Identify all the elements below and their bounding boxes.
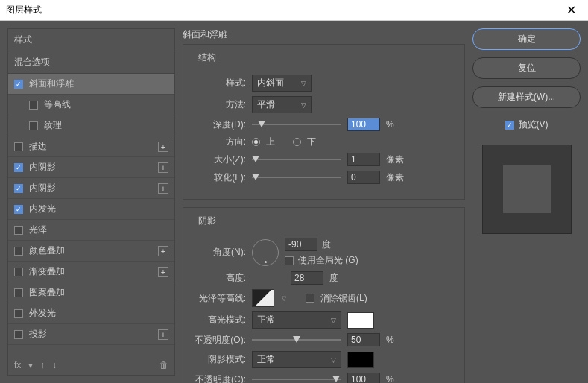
settings-panel: 斜面和浮雕 结构 样式: 内斜面▽ 方法: 平滑▽ 深度(D): 100 % 方…	[183, 28, 465, 376]
plus-icon[interactable]: +	[158, 246, 168, 256]
plus-icon[interactable]: +	[158, 267, 168, 277]
global-light-label: 使用全局光 (G)	[298, 254, 358, 267]
fx-icon[interactable]: fx	[14, 360, 21, 370]
style-item-7[interactable]: 光泽	[8, 220, 174, 241]
depth-slider[interactable]	[252, 120, 341, 129]
shadow-opacity-label: 不透明度(C):	[192, 373, 246, 384]
highlight-mode-select[interactable]: 正常▽	[252, 311, 341, 329]
panel-title: 斜面和浮雕	[183, 28, 465, 41]
plus-icon[interactable]: +	[158, 183, 168, 194]
soften-input[interactable]: 0	[347, 171, 380, 184]
soften-label: 软化(F):	[192, 171, 246, 184]
shading-title: 阴影	[195, 215, 219, 227]
cancel-button[interactable]: 复位	[472, 57, 581, 79]
plus-icon[interactable]: +	[158, 162, 168, 173]
angle-wheel[interactable]	[252, 239, 279, 266]
shadow-opacity-unit: %	[386, 374, 408, 383]
sidebar-blend-options[interactable]: 混合选项	[8, 51, 174, 74]
size-slider[interactable]	[252, 155, 341, 164]
style-checkbox[interactable]	[29, 121, 38, 130]
style-checkbox[interactable]	[14, 80, 23, 89]
sidebar-footer: fx ▾ ↑ ↓ 🗑	[8, 355, 174, 375]
style-item-label: 渐变叠加	[29, 265, 158, 278]
altitude-label: 高度:	[192, 272, 246, 285]
structure-title: 结构	[195, 51, 219, 64]
shadow-color-swatch[interactable]	[347, 352, 374, 368]
preview-box	[482, 145, 572, 234]
shadow-opacity-slider[interactable]	[252, 375, 341, 383]
style-checkbox[interactable]	[14, 226, 23, 235]
style-item-label: 光泽	[29, 224, 168, 236]
style-item-label: 内阴影	[29, 161, 158, 174]
style-item-3[interactable]: 描边+	[8, 136, 174, 157]
style-item-label: 外发光	[29, 307, 168, 320]
altitude-input[interactable]: 28	[291, 271, 323, 285]
style-item-5[interactable]: 内阴影+	[8, 178, 174, 199]
plus-icon[interactable]: +	[158, 142, 168, 152]
style-checkbox[interactable]	[14, 247, 23, 256]
right-column: 确定 复位 新建样式(W)... 预览(V)	[472, 28, 581, 376]
chevron-down-icon: ▽	[331, 317, 336, 324]
direction-up-radio[interactable]	[252, 138, 260, 146]
style-item-1[interactable]: 等高线	[8, 95, 174, 115]
angle-input[interactable]: -90	[285, 238, 317, 251]
titlebar: 图层样式 ✕	[0, 0, 588, 21]
depth-unit: %	[386, 119, 408, 130]
style-item-12[interactable]: 投影+	[8, 324, 174, 345]
style-item-label: 颜色叠加	[29, 244, 158, 257]
sidebar-header: 样式	[8, 29, 174, 51]
size-input[interactable]: 1	[347, 153, 380, 166]
style-checkbox[interactable]	[14, 268, 23, 276]
highlight-opacity-input[interactable]: 50	[347, 333, 380, 346]
style-item-label: 描边	[29, 140, 158, 153]
highlight-opacity-slider[interactable]	[252, 335, 341, 344]
caret-down-icon[interactable]: ▾	[28, 360, 33, 370]
style-item-8[interactable]: 颜色叠加+	[8, 241, 174, 262]
style-checkbox[interactable]	[14, 309, 23, 318]
plus-icon[interactable]: +	[158, 329, 168, 340]
preview-checkbox[interactable]	[505, 121, 514, 130]
preview-toggle[interactable]: 预览(V)	[472, 118, 581, 131]
style-item-label: 内发光	[29, 203, 168, 215]
method-select[interactable]: 平滑▽	[252, 96, 312, 113]
chevron-down-icon[interactable]: ▽	[282, 295, 286, 302]
style-checkbox[interactable]	[14, 288, 23, 297]
style-checkbox[interactable]	[29, 101, 38, 110]
highlight-color-swatch[interactable]	[347, 312, 374, 329]
antialias-label: 消除锯齿(L)	[320, 292, 367, 305]
style-select[interactable]: 内斜面▽	[252, 75, 312, 92]
shadow-opacity-input[interactable]: 100	[347, 373, 380, 383]
new-style-button[interactable]: 新建样式(W)...	[472, 86, 581, 108]
direction-down-label: 下	[307, 136, 316, 148]
preview-label: 预览(V)	[519, 118, 549, 131]
style-checkbox[interactable]	[14, 184, 23, 193]
soften-unit: 像素	[386, 171, 408, 184]
gloss-contour-picker[interactable]	[252, 289, 274, 307]
style-item-label: 投影	[29, 328, 158, 341]
style-checkbox[interactable]	[14, 163, 23, 172]
dialog-body: 样式 混合选项 斜面和浮雕等高线纹理描边+内阴影+内阴影+内发光光泽颜色叠加+渐…	[0, 21, 588, 383]
style-item-4[interactable]: 内阴影+	[8, 157, 174, 178]
style-item-9[interactable]: 渐变叠加+	[8, 262, 174, 282]
close-icon[interactable]: ✕	[560, 3, 582, 17]
style-checkbox[interactable]	[14, 205, 23, 214]
antialias-checkbox[interactable]	[306, 294, 314, 303]
depth-input[interactable]: 100	[347, 118, 380, 131]
highlight-mode-label: 高光模式:	[192, 314, 246, 326]
highlight-opacity-label: 不透明度(O):	[192, 334, 246, 346]
global-light-checkbox[interactable]	[285, 256, 294, 265]
style-checkbox[interactable]	[14, 330, 23, 339]
shadow-mode-select[interactable]: 正常▽	[252, 351, 341, 368]
ok-button[interactable]: 确定	[472, 28, 581, 50]
trash-icon[interactable]: 🗑	[159, 360, 168, 370]
arrow-up-icon[interactable]: ↑	[40, 360, 45, 370]
style-item-6[interactable]: 内发光	[8, 199, 174, 220]
style-item-0[interactable]: 斜面和浮雕	[8, 74, 174, 95]
soften-slider[interactable]	[252, 173, 341, 182]
style-checkbox[interactable]	[14, 142, 23, 151]
direction-down-radio[interactable]	[293, 138, 301, 146]
style-item-10[interactable]: 图案叠加	[8, 282, 174, 303]
style-item-2[interactable]: 纹理	[8, 115, 174, 136]
style-item-11[interactable]: 外发光	[8, 303, 174, 324]
arrow-down-icon[interactable]: ↓	[52, 360, 57, 370]
